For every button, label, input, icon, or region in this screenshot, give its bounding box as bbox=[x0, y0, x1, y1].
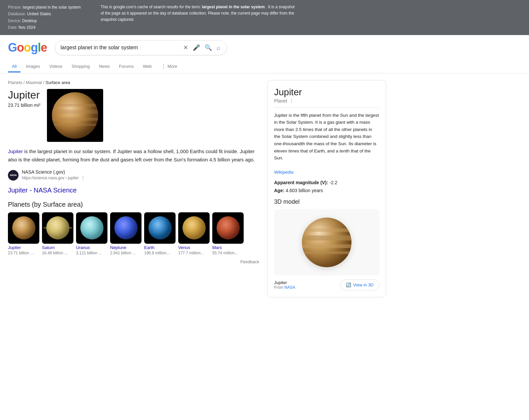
mars-card-name[interactable]: Mars bbox=[212, 245, 244, 250]
jupiter-link-in-desc[interactable]: Jupiter bbox=[8, 148, 23, 154]
uranus-card-size: 3.121 billion ... bbox=[76, 251, 107, 255]
search-input[interactable] bbox=[61, 45, 180, 51]
google-logo[interactable]: Google bbox=[8, 41, 47, 55]
uranus-card-name[interactable]: Uranus bbox=[76, 245, 107, 250]
source-info: NASA Science (.gov) https://science.nasa… bbox=[22, 169, 86, 181]
saturn-card-size: 16.49 billion ... bbox=[42, 251, 73, 255]
jupiter-card-image bbox=[8, 212, 39, 244]
jupiter-3d-model bbox=[302, 218, 351, 267]
tab-forums[interactable]: Forums bbox=[115, 61, 138, 72]
lens-button[interactable]: 🔍 bbox=[204, 43, 213, 52]
neptune-card-name[interactable]: Neptune bbox=[110, 245, 142, 250]
date-row: Date: Nov 2024 bbox=[8, 24, 81, 31]
stripe-1 bbox=[52, 104, 98, 106]
planet-title: Jupiter bbox=[8, 89, 40, 101]
nav-tabs: All Images Videos Shopping News Forums W… bbox=[0, 58, 529, 73]
left-column: Planets / Maximal / Surface area Jupiter… bbox=[8, 80, 259, 297]
neptune-card-image bbox=[110, 212, 142, 244]
info-bar: Phrase: largest planet in the solar syst… bbox=[0, 0, 529, 35]
mars-card-image bbox=[212, 212, 244, 244]
logo-g2: g bbox=[31, 41, 38, 54]
device-label: Device: bbox=[8, 19, 21, 23]
database-label: Database: bbox=[8, 12, 26, 16]
phrase-value: largest planet in the solar system bbox=[23, 5, 81, 10]
apparent-magnitude-label: Apparent magnitude (V): bbox=[274, 180, 328, 185]
search-bar[interactable]: ✕ 🎤 🔍 ⌕ bbox=[55, 40, 227, 55]
result-description: Jupiter is the largest planet in our sol… bbox=[8, 147, 259, 164]
jupiter-card-name[interactable]: Jupiter bbox=[8, 245, 39, 250]
right-panel-description: Jupiter is the fifth planet from the Sun… bbox=[274, 112, 379, 176]
database-row: Database: United States bbox=[8, 11, 81, 17]
description-rest: is the largest planet in our solar syste… bbox=[8, 148, 255, 163]
result-main-link[interactable]: Jupiter - NASA Science bbox=[8, 187, 259, 194]
cache-term: largest planet in the solar system bbox=[202, 5, 265, 9]
planet-card-earth[interactable]: Earth 196.9 million... bbox=[144, 212, 176, 255]
search-button[interactable]: ⌕ bbox=[216, 43, 221, 52]
right-panel-subtitle: Planet ⋮ bbox=[274, 98, 379, 108]
planet-card-jupiter[interactable]: Jupiter 23.71 billion ... bbox=[8, 212, 39, 255]
model-source-link[interactable]: NASA bbox=[284, 285, 295, 290]
tab-all[interactable]: All bbox=[8, 61, 20, 72]
wikipedia-link[interactable]: Wikipedia bbox=[274, 170, 294, 175]
view-3d-icon: 🔄 bbox=[346, 282, 351, 287]
saturn-card-name[interactable]: Saturn bbox=[42, 245, 73, 250]
tab-web[interactable]: Web bbox=[139, 61, 156, 72]
tab-videos[interactable]: Videos bbox=[45, 61, 66, 72]
apparent-magnitude-row: Apparent magnitude (V): -2.2 bbox=[274, 180, 379, 185]
model-stripe-1 bbox=[302, 229, 351, 232]
source-more-button[interactable]: ⋮ bbox=[80, 175, 86, 181]
venus-card-name[interactable]: Venus bbox=[178, 245, 210, 250]
mars-ball bbox=[217, 216, 240, 239]
model-preview bbox=[274, 209, 379, 275]
nasa-logo-text: NASA bbox=[10, 174, 17, 177]
age-label: Age: bbox=[274, 188, 284, 193]
uranus-card-image bbox=[76, 212, 107, 244]
earth-ball bbox=[148, 216, 172, 239]
breadcrumb-maximal[interactable]: Maximal bbox=[26, 80, 42, 85]
earth-card-name[interactable]: Earth bbox=[144, 245, 176, 250]
planet-card-saturn[interactable]: Saturn 16.49 billion ... bbox=[42, 212, 73, 255]
tab-images[interactable]: Images bbox=[22, 61, 44, 72]
stripe-4 bbox=[52, 124, 98, 126]
breadcrumb: Planets / Maximal / Surface area bbox=[8, 80, 259, 85]
planet-info: Jupiter 23.71 billion mi² bbox=[8, 89, 40, 108]
logo-o1: o bbox=[17, 41, 24, 54]
model-stripe-3 bbox=[302, 244, 351, 248]
info-bar-right: This is google.com's cache of search res… bbox=[101, 4, 299, 31]
neptune-ball bbox=[114, 216, 138, 239]
device-value: Desktop bbox=[22, 19, 37, 23]
right-column: Jupiter Planet ⋮ Jupiter is the fifth pl… bbox=[267, 80, 386, 297]
stripe-2 bbox=[52, 110, 98, 114]
tab-more[interactable]: ⋮ More bbox=[157, 61, 182, 73]
voice-search-button[interactable]: 🎤 bbox=[192, 43, 201, 52]
age-value: 4.603 billion years bbox=[286, 188, 323, 193]
view-in-3d-button[interactable]: 🔄 View in 3D bbox=[340, 279, 379, 290]
feedback-link[interactable]: Feedback bbox=[8, 259, 259, 264]
tab-news[interactable]: News bbox=[95, 61, 114, 72]
device-row: Device: Desktop bbox=[8, 18, 81, 24]
logo-g: G bbox=[8, 41, 17, 54]
logo-e: e bbox=[41, 41, 47, 54]
planet-card-uranus[interactable]: Uranus 3.121 billion ... bbox=[76, 212, 107, 255]
planet-card-venus[interactable]: Venus 177.7 million... bbox=[178, 212, 210, 255]
right-panel-title: Jupiter bbox=[274, 87, 379, 98]
uranus-ball bbox=[80, 216, 103, 239]
model-stripe-4 bbox=[302, 251, 351, 254]
jupiter-image bbox=[52, 92, 98, 139]
planet-card-mars[interactable]: Mars 55.74 million... bbox=[212, 212, 244, 255]
model-source-info: Jupiter From NASA bbox=[274, 280, 295, 290]
planet-card-neptune[interactable]: Neptune 2.941 billion ... bbox=[110, 212, 142, 255]
mars-card-size: 55.74 million... bbox=[212, 251, 244, 255]
tab-more-label: More bbox=[168, 64, 178, 69]
venus-card-size: 177.7 million... bbox=[178, 251, 210, 255]
model-bottom: Jupiter From NASA 🔄 View in 3D bbox=[274, 279, 379, 290]
main-layout: Planets / Maximal / Surface area Jupiter… bbox=[0, 73, 397, 304]
clear-button[interactable]: ✕ bbox=[183, 43, 189, 52]
breadcrumb-planets[interactable]: Planets bbox=[8, 80, 22, 85]
panel-desc-text: Jupiter is the fifth planet from the Sun… bbox=[274, 113, 379, 161]
planet-hero-image bbox=[47, 89, 103, 142]
panel-more-button[interactable]: ⋮ bbox=[289, 98, 294, 104]
earth-card-size: 196.9 million... bbox=[144, 251, 176, 255]
model-from-text: From bbox=[274, 285, 283, 290]
tab-shopping[interactable]: Shopping bbox=[68, 61, 94, 72]
